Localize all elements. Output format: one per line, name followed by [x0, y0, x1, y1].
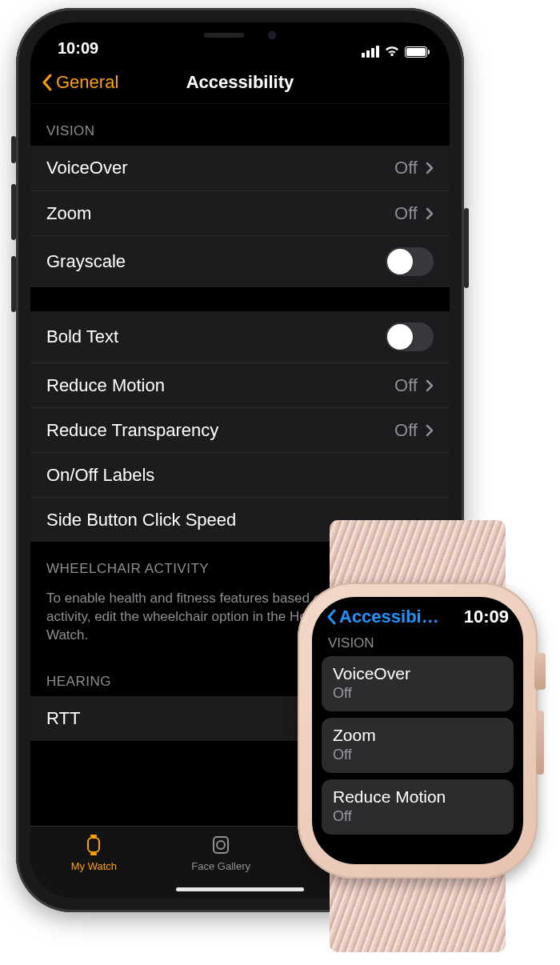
back-button[interactable]: General: [42, 61, 118, 103]
watch-back-label: Accessibi…: [339, 607, 439, 627]
iphone-notch: [152, 22, 328, 48]
tab-my-watch[interactable]: My Watch: [30, 827, 158, 898]
chevron-right-icon: [426, 207, 434, 220]
watch-side-button[interactable]: [536, 711, 544, 775]
cell-label: Reduce Motion: [46, 375, 165, 396]
cell-label: Zoom: [46, 203, 91, 224]
wifi-icon: [384, 46, 400, 58]
cell-value: Off: [394, 375, 418, 396]
cell-on-off-labels[interactable]: On/Off Labels: [30, 452, 450, 497]
front-camera: [268, 31, 276, 39]
navigation-bar: General Accessibility: [30, 61, 450, 104]
cell-value: Off: [333, 747, 502, 763]
svg-rect-0: [88, 838, 99, 852]
iphone-volume-up[interactable]: [11, 184, 16, 240]
chevron-right-icon: [426, 379, 434, 392]
watch-screen: Accessibi… 10:09 VISION VoiceOver Off Zo…: [312, 597, 523, 864]
cell-value: Off: [333, 685, 502, 702]
toggle-switch[interactable]: [386, 322, 434, 351]
back-label: General: [56, 72, 118, 93]
iphone-side-button[interactable]: [464, 208, 469, 288]
cell-label: Side Button Click Speed: [46, 510, 236, 531]
face-gallery-icon: [210, 833, 232, 857]
iphone-mute-switch[interactable]: [11, 136, 16, 163]
cell-voiceover[interactable]: VoiceOver Off: [30, 146, 450, 190]
page-title: Accessibility: [186, 72, 294, 93]
cell-label: Reduce Transparency: [46, 420, 218, 441]
watch-cell-voiceover[interactable]: VoiceOver Off: [322, 656, 514, 711]
svg-rect-3: [214, 837, 228, 853]
cellular-icon: [362, 46, 379, 58]
toggle-switch[interactable]: [386, 247, 434, 276]
tab-label: Face Gallery: [191, 860, 250, 872]
cell-bold-text[interactable]: Bold Text: [30, 311, 450, 362]
cell-value: Off: [394, 420, 418, 441]
cell-reduce-motion[interactable]: Reduce Motion Off: [30, 362, 450, 407]
watch-cell-reduce-motion[interactable]: Reduce Motion Off: [322, 779, 514, 835]
earpiece: [204, 33, 244, 38]
cell-label: On/Off Labels: [46, 465, 154, 486]
chevron-right-icon: [426, 424, 434, 437]
cell-grayscale[interactable]: Grayscale: [30, 235, 450, 287]
cell-label: Reduce Motion: [333, 787, 502, 807]
digital-crown[interactable]: [534, 653, 546, 690]
home-indicator[interactable]: [176, 887, 304, 891]
watch-case: Accessibi… 10:09 VISION VoiceOver Off Zo…: [298, 583, 538, 879]
watch-time: 10:09: [464, 607, 509, 627]
watch-back-button[interactable]: Accessibi…: [326, 607, 439, 627]
cell-value: Off: [333, 808, 502, 825]
iphone-volume-down[interactable]: [11, 256, 16, 312]
cell-label: VoiceOver: [46, 158, 128, 178]
cell-zoom[interactable]: Zoom Off: [30, 190, 450, 235]
watch-status-bar: Accessibi… 10:09: [322, 605, 514, 632]
cell-value: Off: [394, 203, 418, 224]
section-header-vision: VISION: [30, 104, 450, 146]
cell-label: Grayscale: [46, 251, 126, 272]
svg-rect-2: [90, 853, 97, 855]
chevron-right-icon: [426, 162, 434, 174]
status-time: 10:09: [58, 39, 98, 58]
watch-icon: [82, 833, 105, 857]
svg-rect-1: [90, 835, 97, 837]
chevron-left-icon: [326, 609, 338, 625]
cell-value: Off: [394, 158, 418, 178]
cell-label: RTT: [46, 708, 80, 729]
watch-cell-zoom[interactable]: Zoom Off: [322, 718, 514, 773]
cell-label: Bold Text: [46, 326, 118, 347]
cell-label: Zoom: [333, 726, 502, 745]
chevron-left-icon: [42, 74, 53, 91]
watch-section-header: VISION: [322, 632, 514, 656]
tab-label: My Watch: [71, 860, 117, 872]
battery-icon: [405, 46, 427, 58]
cell-label: VoiceOver: [333, 664, 502, 683]
svg-point-4: [217, 841, 225, 849]
cell-reduce-transparency[interactable]: Reduce Transparency Off: [30, 407, 450, 452]
